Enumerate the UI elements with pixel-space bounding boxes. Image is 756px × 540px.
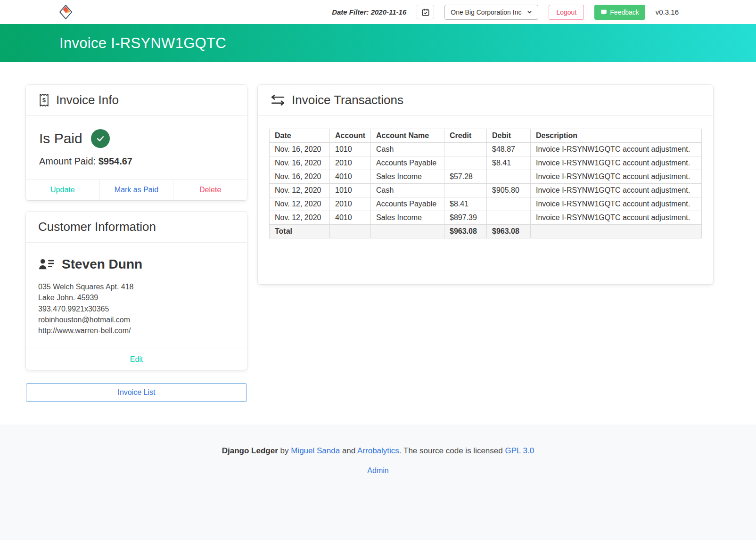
footer-credits: Django Ledger by Miguel Sanda and Arroba… bbox=[9, 446, 747, 456]
cell-debit bbox=[487, 211, 531, 225]
app-logo-icon[interactable] bbox=[59, 5, 72, 19]
transactions-header: Invoice Transactions bbox=[258, 85, 713, 116]
customer-address-line2: Lake John. 45939 bbox=[38, 292, 235, 303]
cell-credit bbox=[444, 184, 487, 197]
is-paid-label: Is Paid bbox=[39, 131, 82, 147]
cell-credit: $897.39 bbox=[444, 211, 487, 225]
speech-bubble-icon bbox=[600, 9, 607, 16]
total-credit: $963.08 bbox=[444, 225, 487, 238]
cell-debit: $48.87 bbox=[487, 143, 531, 156]
cell-account-name: Accounts Payable bbox=[371, 197, 444, 211]
table-row: Nov. 12, 2020 4010 Sales Income $897.39 … bbox=[270, 211, 702, 225]
cell-account-name: Cash bbox=[371, 143, 444, 156]
customer-info-header: Customer Information bbox=[26, 212, 247, 243]
mark-as-paid-button[interactable]: Mark as Paid bbox=[99, 180, 173, 200]
cell-description: Invoice I-RSYNW1GQTC account adjustment. bbox=[531, 184, 702, 197]
cell-description: Invoice I-RSYNW1GQTC account adjustment. bbox=[531, 156, 702, 170]
cell-empty bbox=[330, 225, 371, 238]
invoice-info-title: Invoice Info bbox=[56, 93, 119, 107]
transactions-table: Date Account Account Name Credit Debit D… bbox=[269, 129, 702, 238]
check-icon bbox=[96, 134, 105, 143]
customer-address-line1: 035 Welch Squares Apt. 418 bbox=[38, 281, 235, 292]
page-footer: Django Ledger by Miguel Sanda and Arroba… bbox=[0, 425, 756, 540]
page-title: Invoice I-RSYNW1GQTC bbox=[59, 35, 226, 52]
col-header-date: Date bbox=[270, 129, 330, 143]
customer-info-card: Customer Information Steven Dunn bbox=[26, 212, 247, 370]
cell-credit: $8.41 bbox=[444, 197, 487, 211]
version-label: v0.3.16 bbox=[656, 8, 679, 16]
entity-selector-dropdown[interactable]: One Big Corporation Inc bbox=[444, 5, 538, 20]
paid-check-badge bbox=[91, 129, 110, 148]
table-row: Nov. 12, 2020 2010 Accounts Payable $8.4… bbox=[270, 197, 702, 211]
table-row: Nov. 12, 2020 1010 Cash $905.80 Invoice … bbox=[270, 184, 702, 197]
hero-banner: Invoice I-RSYNW1GQTC bbox=[0, 24, 756, 62]
cell-account: 1010 bbox=[330, 143, 371, 156]
logout-button[interactable]: Logout bbox=[549, 5, 584, 20]
update-button[interactable]: Update bbox=[26, 180, 99, 200]
cell-date: Nov. 12, 2020 bbox=[270, 197, 330, 211]
calendar-check-icon bbox=[421, 8, 430, 16]
transactions-card: Invoice Transactions Date Account Accoun… bbox=[258, 85, 713, 284]
cell-account-name: Sales Income bbox=[371, 211, 444, 225]
feedback-button-label: Feedback bbox=[610, 8, 639, 16]
date-filter-calendar-button[interactable] bbox=[417, 5, 434, 19]
invoice-receipt-icon: $ bbox=[38, 93, 50, 107]
customer-name: Steven Dunn bbox=[62, 257, 142, 272]
top-navbar: Date Filter: 2020-11-16 One Big Corporat… bbox=[0, 0, 756, 24]
left-column: $ Invoice Info Is Paid bbox=[26, 85, 247, 402]
admin-link[interactable]: Admin bbox=[367, 466, 388, 475]
cell-description: Invoice I-RSYNW1GQTC account adjustment. bbox=[531, 170, 702, 184]
cell-account: 2010 bbox=[330, 156, 371, 170]
date-filter-label: Date Filter: 2020-11-16 bbox=[332, 8, 406, 16]
svg-text:$: $ bbox=[42, 97, 46, 104]
cell-account-name: Sales Income bbox=[371, 170, 444, 184]
footer-author-link[interactable]: Miguel Sanda bbox=[291, 446, 340, 455]
cell-credit: $57.28 bbox=[444, 170, 487, 184]
cell-description: Invoice I-RSYNW1GQTC account adjustment. bbox=[531, 211, 702, 225]
col-header-debit: Debit bbox=[487, 129, 531, 143]
customer-info-title: Customer Information bbox=[38, 220, 156, 234]
right-column: Invoice Transactions Date Account Accoun… bbox=[258, 85, 713, 284]
delete-button[interactable]: Delete bbox=[173, 180, 247, 200]
cell-account: 4010 bbox=[330, 170, 371, 184]
cell-date: Nov. 12, 2020 bbox=[270, 184, 330, 197]
exchange-arrows-icon bbox=[270, 94, 286, 106]
customer-info-body: Steven Dunn 035 Welch Squares Apt. 418 L… bbox=[26, 243, 247, 349]
cell-empty bbox=[531, 225, 702, 238]
total-debit: $963.08 bbox=[487, 225, 531, 238]
cell-account-name: Cash bbox=[371, 184, 444, 197]
invoice-info-header: $ Invoice Info bbox=[26, 85, 247, 116]
feedback-button[interactable]: Feedback bbox=[594, 5, 645, 20]
footer-by-text: by bbox=[278, 446, 291, 455]
customer-person-icon bbox=[38, 258, 55, 271]
customer-phone: 393.470.9921x30365 bbox=[38, 303, 235, 314]
customer-website: http://www.warren-bell.com/ bbox=[38, 325, 235, 336]
footer-license-text: . The source code is licensed bbox=[399, 446, 505, 455]
customer-info-actions: Edit bbox=[26, 349, 247, 370]
transactions-title: Invoice Transactions bbox=[292, 93, 403, 107]
edit-customer-button[interactable]: Edit bbox=[26, 349, 247, 370]
cell-date: Nov. 16, 2020 bbox=[270, 156, 330, 170]
cell-credit bbox=[444, 143, 487, 156]
cell-debit bbox=[487, 197, 531, 211]
cell-debit: $905.80 bbox=[487, 184, 531, 197]
footer-org-link[interactable]: Arrobalytics bbox=[357, 446, 399, 455]
customer-email: robinhouston@hotmail.com bbox=[38, 314, 235, 325]
cell-credit bbox=[444, 156, 487, 170]
cell-debit: $8.41 bbox=[487, 156, 531, 170]
col-header-account-name: Account Name bbox=[371, 129, 444, 143]
cell-date: Nov. 16, 2020 bbox=[270, 170, 330, 184]
cell-debit bbox=[487, 170, 531, 184]
invoice-info-body: Is Paid Amount Paid: $954.67 bbox=[26, 116, 247, 179]
cell-account: 2010 bbox=[330, 197, 371, 211]
footer-license-link[interactable]: GPL 3.0 bbox=[505, 446, 534, 455]
table-row: Nov. 16, 2020 2010 Accounts Payable $8.4… bbox=[270, 156, 702, 170]
invoice-list-button[interactable]: Invoice List bbox=[26, 383, 247, 402]
cell-description: Invoice I-RSYNW1GQTC account adjustment. bbox=[531, 143, 702, 156]
col-header-account: Account bbox=[330, 129, 371, 143]
cell-empty bbox=[371, 225, 444, 238]
main-content: $ Invoice Info Is Paid bbox=[0, 62, 756, 425]
cell-date: Nov. 12, 2020 bbox=[270, 211, 330, 225]
table-header-row: Date Account Account Name Credit Debit D… bbox=[270, 129, 702, 143]
cell-description: Invoice I-RSYNW1GQTC account adjustment. bbox=[531, 197, 702, 211]
